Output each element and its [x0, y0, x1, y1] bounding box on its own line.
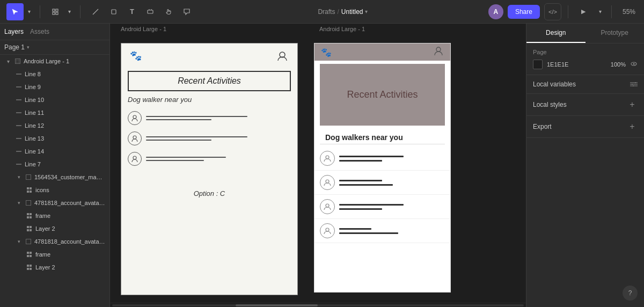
layer-group-icon2 [25, 199, 32, 207]
visibility-icon[interactable] [630, 60, 638, 69]
sketch-frame[interactable]: 🐾 Recent Activities Dog walker near you [121, 43, 298, 295]
sketch-line-2a [146, 136, 247, 137]
dev-mode-btn[interactable]: </> [544, 3, 561, 20]
layer-line-icon [15, 148, 23, 155]
page-color-swatch[interactable] [533, 60, 543, 69]
page-opacity-value[interactable]: 100% [611, 61, 626, 68]
left-panel: Layers Assets Page 1 ▾ ▾ Android Large -… [0, 24, 110, 307]
digital-list-item-3 [314, 195, 450, 219]
svg-rect-5 [112, 10, 116, 14]
local-styles-section[interactable]: Local styles + [526, 94, 644, 116]
layer-android-large[interactable]: ▾ Android Large - 1 [0, 55, 109, 68]
zoom-control[interactable]: 55% [618, 6, 640, 18]
frame-tool-dropdown[interactable]: ▾ [65, 3, 74, 20]
title-dropdown-icon: ▾ [365, 9, 368, 14]
drafts-link[interactable]: Drafts [318, 8, 335, 16]
digital-list-item-4 [314, 219, 450, 243]
scrollbar-track[interactable] [112, 304, 524, 306]
export-add-btn[interactable]: + [627, 121, 638, 132]
digital-frame[interactable]: 🐾 Recent Activities Dog walkers near you [314, 43, 451, 293]
prototype-tab[interactable]: Prototype [586, 24, 645, 43]
comment-tool-btn[interactable] [178, 3, 195, 20]
svg-rect-9 [16, 59, 20, 64]
layer-line9[interactable]: Line 9 [0, 81, 109, 93]
layer-expand-icon2: ▾ [15, 173, 23, 181]
share-button[interactable]: Share [508, 5, 540, 19]
page-selector[interactable]: Page 1 ▾ [0, 40, 109, 55]
help-button[interactable]: ? [623, 286, 638, 301]
main-layout: Layers Assets Page 1 ▾ ▾ Android Large -… [0, 24, 644, 307]
svg-rect-15 [26, 201, 31, 206]
canvas-scrollbar[interactable] [110, 303, 526, 307]
sep2 [80, 5, 80, 18]
move-tool-dropdown[interactable]: ▾ [25, 3, 33, 20]
move-tool-btn[interactable] [6, 3, 24, 20]
design-tab[interactable]: Design [526, 24, 586, 43]
canvas-content: 🐾 Recent Activities Dog walker near you [110, 34, 526, 296]
sketch-list-item-3 [121, 149, 297, 169]
svg-point-22 [326, 156, 329, 159]
layer-line7[interactable]: Line 7 [0, 158, 109, 171]
export-section[interactable]: Export + [526, 116, 644, 138]
digital-banner: Recent Activities [320, 64, 445, 126]
layer-frame2[interactable]: frame [0, 248, 109, 261]
shape-tool-btn[interactable] [105, 3, 122, 20]
layer-line12[interactable]: Line 12 [0, 119, 109, 132]
scrollbar-thumb[interactable] [236, 304, 318, 306]
play-dropdown-btn[interactable]: ▾ [596, 3, 605, 20]
sketch-line-3a [146, 157, 226, 158]
sketch-person-icon-2 [128, 131, 142, 145]
svg-point-23 [326, 180, 329, 183]
digital-line-1a [339, 156, 404, 157]
text-tool-btn[interactable]: T [123, 3, 141, 20]
page-name[interactable]: Page 1 ▾ [4, 43, 30, 51]
layers-list: ▾ Android Large - 1 Line 8 Line 9 L [0, 55, 109, 307]
hand-tool-btn[interactable] [160, 3, 177, 20]
layer-line-icon [15, 109, 23, 116]
tool-group-draw: T [85, 3, 197, 20]
digital-avatar-4 [320, 223, 335, 238]
layer-img3-group[interactable]: ▾ 4781818_account_avatar_face... [0, 235, 109, 248]
sketch-person-icon-1 [128, 111, 142, 125]
pen-tool-btn[interactable] [87, 3, 104, 20]
page-section-label: Page [533, 49, 638, 55]
layer-img2-group[interactable]: ▾ 4781818_account_avatar_face... [0, 196, 109, 209]
layer-line10[interactable]: Line 10 [0, 93, 109, 106]
local-variables-section[interactable]: Local variables [526, 75, 644, 94]
layer-icons[interactable]: icons [0, 184, 109, 196]
page-color-row: 1E1E1E 100% [533, 60, 638, 69]
layer-line-icon [15, 122, 23, 129]
layer-layer2a[interactable]: Layer 2 [0, 222, 109, 235]
layer-expand-icon4: ▾ [15, 238, 23, 245]
layer-layer2b[interactable]: Layer 2 [0, 261, 109, 274]
assets-tab[interactable]: Assets [30, 27, 49, 36]
digital-lines-2 [339, 180, 445, 186]
layer-line14[interactable]: Line 14 [0, 145, 109, 158]
layer-grid-icon5 [26, 264, 33, 271]
file-title[interactable]: Untitled ▾ [341, 8, 368, 16]
sketch-avatar-icon [276, 50, 289, 65]
local-styles-label: Local styles [533, 101, 567, 108]
layer-line13[interactable]: Line 13 [0, 132, 109, 145]
svg-point-24 [326, 204, 329, 207]
frame-tool-btn[interactable] [47, 3, 64, 20]
layer-frame-icon [14, 57, 21, 65]
resource-tool-btn[interactable] [142, 3, 159, 20]
digital-avatar-3 [320, 199, 335, 214]
play-btn[interactable]: ▶ [575, 3, 592, 20]
layer-frame1[interactable]: frame [0, 209, 109, 222]
right-panel: Design Prototype Page 1E1E1E 100% Local … [526, 24, 644, 307]
page-color-value[interactable]: 1E1E1E [547, 61, 606, 68]
layer-line11[interactable]: Line 11 [0, 106, 109, 119]
digital-line-2a [339, 180, 382, 181]
local-styles-add-btn[interactable]: + [627, 99, 638, 110]
digital-list-item-1 [314, 147, 450, 171]
layers-tab[interactable]: Layers [4, 27, 24, 36]
user-avatar[interactable]: A [488, 4, 503, 19]
layer-expand-icon3: ▾ [15, 199, 23, 207]
local-variables-settings-btn[interactable] [630, 81, 638, 88]
layer-img1-group[interactable]: ▾ 1564534_customer_man_user... [0, 171, 109, 184]
canvas-area[interactable]: Android Large - 1 Android Large - 1 🐾 Re… [110, 24, 526, 307]
layer-line8[interactable]: Line 8 [0, 68, 109, 81]
digital-header: 🐾 [314, 43, 450, 61]
